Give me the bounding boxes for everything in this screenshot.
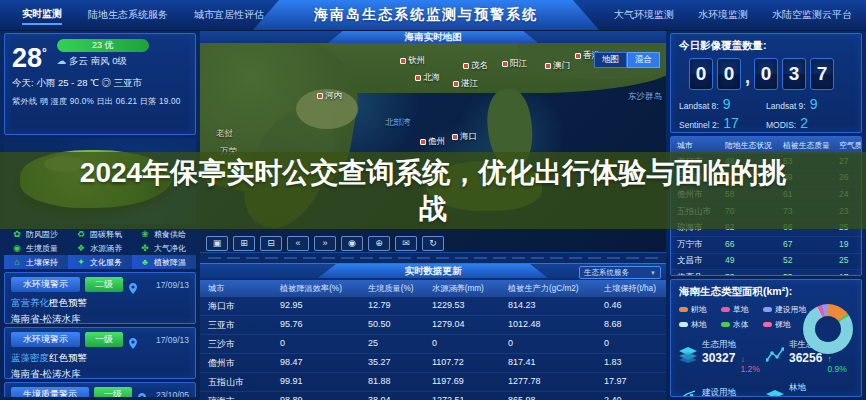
overlay-banner: 2024年保亭实时公交查询系统，优化出行体验与面临的挑 战 <box>0 152 866 229</box>
map-label-0: 钦州 <box>400 55 425 67</box>
alert-date: 17/09/13 <box>156 280 189 290</box>
service-item-5[interactable]: ✤大气净化 <box>132 241 196 255</box>
location-pin-icon[interactable] <box>128 335 138 345</box>
city-name: 文昌市 <box>671 254 719 270</box>
habitat-quality-icon: ◉ <box>12 243 22 253</box>
forward-icon[interactable]: » <box>314 236 336 251</box>
imagery-source-0: Landsat 8:9 <box>679 96 766 112</box>
alert-level-badge: 一级 <box>94 387 132 397</box>
alert-card-2[interactable]: 生境质量警示一级23/10/05 <box>4 382 196 397</box>
rewind-icon[interactable]: « <box>287 236 309 251</box>
legend-swatch-icon <box>679 307 688 312</box>
service-item-1[interactable]: ♻固碳释氧 <box>68 227 132 241</box>
map-mode-button-0[interactable]: 地图 <box>594 52 627 68</box>
cell: 95.76 <box>272 316 360 334</box>
collapse-icon[interactable]: ⊟ <box>260 236 282 251</box>
service-item-2[interactable]: ❀粮食供给 <box>132 227 196 241</box>
source-label: Landsat 8: <box>679 101 719 111</box>
refresh-icon[interactable]: ↻ <box>422 236 444 251</box>
alert-message: 富营养化橙色预警 <box>11 297 189 310</box>
cell: 五指山市 <box>200 373 272 391</box>
alert-type-button[interactable]: 生境质量警示 <box>11 387 89 397</box>
alert-message: 蓝藻密度红色预警 <box>11 352 189 365</box>
globe-icon[interactable]: ⊕ <box>368 236 390 251</box>
imagery-source-2: Sentinel 2:17 <box>679 115 766 131</box>
legend-swatch-icon <box>721 307 730 312</box>
dataset-dropdown[interactable]: 生态系统服务 ▼ <box>579 266 661 279</box>
alert-card-1[interactable]: 水环境警示一级17/09/13蓝藻密度红色预警海南省-松涛水库 <box>4 327 196 379</box>
city-value: 55 <box>777 270 833 276</box>
alert-location: 海南省-松涛水库 <box>11 313 189 326</box>
city-row-6[interactable]: 文昌市495225 <box>671 254 861 271</box>
realtime-data-panel: 实时数据更新 生态系统服务 ▼ 城市植被降温效率(%)生境质量(%)水源涵养(m… <box>200 263 666 400</box>
nav-tab-left-2[interactable]: 城市宜居性评估 <box>194 6 264 24</box>
realtime-row-2[interactable]: 三沙市025000 <box>200 335 666 354</box>
eco-donut-chart <box>803 304 853 354</box>
imagery-source-1: Landsat 9:9 <box>766 96 853 112</box>
counter-digit: 0 <box>754 58 778 90</box>
city-row-5[interactable]: 万宁市666719 <box>671 237 861 254</box>
alert-card-0[interactable]: 水环境警示二级17/09/13富营养化橙色预警海南省-松涛水库 <box>4 272 196 324</box>
legend-item-4: 水体 <box>721 319 763 330</box>
nav-tabs-right: 大气环境监测水环境监测水陆空监测云平台 <box>614 0 852 30</box>
vegetation-cooling-icon: ♣ <box>140 257 150 267</box>
location-pin-icon[interactable] <box>128 280 138 290</box>
realtime-row-1[interactable]: 三亚市95.7650.501279.041012.488.68 <box>200 316 666 335</box>
service-item-4[interactable]: ❖水源涵养 <box>68 241 132 255</box>
cell: 1279.04 <box>424 316 500 334</box>
map-label-4: 湛江 <box>453 78 478 90</box>
service-label: 土壤保持 <box>26 257 58 268</box>
location-pin-icon[interactable] <box>137 390 147 398</box>
carbon-oxygen-icon: ♻ <box>76 229 86 239</box>
message-icon[interactable]: ✉ <box>395 236 417 251</box>
service-item-8[interactable]: ♣植被降温 <box>132 255 196 269</box>
nav-tab-right-1[interactable]: 水环境监测 <box>698 6 748 24</box>
windbreak-sand-icon: ✿ <box>12 229 22 239</box>
cell: 儋州市 <box>200 354 272 372</box>
realtime-title: 实时数据更新 <box>318 264 548 278</box>
ticker-text <box>208 257 658 259</box>
map-label-13: 东沙群岛 <box>628 91 662 103</box>
service-label: 水源涵养 <box>90 243 122 254</box>
alert-type-button[interactable]: 水环境警示 <box>11 332 80 347</box>
realtime-col-header: 植被生产力(gC/m2) <box>500 280 596 297</box>
service-item-0[interactable]: ✿防风固沙 <box>4 227 68 241</box>
alert-date: 23/10/05 <box>156 390 189 398</box>
nav-tab-right-0[interactable]: 大气环境监测 <box>614 6 674 24</box>
city-marker-icon <box>452 134 458 140</box>
cell: 38.04 <box>360 392 424 400</box>
eco-stat-0: 生态用地30327↓ 1.2% <box>679 339 766 374</box>
city-value: 67 <box>777 237 833 253</box>
cell: 8.68 <box>596 316 662 334</box>
city-value: 25 <box>833 254 861 270</box>
alert-type-button[interactable]: 水环境警示 <box>11 277 80 292</box>
city-value: 52 <box>777 254 833 270</box>
realtime-row-0[interactable]: 海口市92.9512.791229.53814.230.46 <box>200 297 666 316</box>
realtime-row-4[interactable]: 五指山市99.9181.881197.691277.7817.97 <box>200 373 666 392</box>
cell: 12.79 <box>360 297 424 315</box>
app-title: 海南岛生态系统监测与预警系统 <box>314 6 538 24</box>
nav-tab-right-2[interactable]: 水陆空监测云平台 <box>772 6 852 24</box>
cell: 0 <box>596 335 662 353</box>
cell: 1.83 <box>596 354 662 372</box>
realtime-row-3[interactable]: 儋州市98.4735.271107.72817.411.83 <box>200 354 666 373</box>
city-row-7[interactable]: 临高县535517 <box>671 270 861 276</box>
expand-icon[interactable]: ⊞ <box>233 236 255 251</box>
service-item-3[interactable]: ◉生境质量 <box>4 241 68 255</box>
realtime-col-header: 土壤保持(t/ha) <box>596 280 662 297</box>
satellite-icon[interactable]: ◉ <box>341 236 363 251</box>
cell: 1107.72 <box>424 354 500 372</box>
service-item-7[interactable]: ✦文化服务 <box>68 255 132 269</box>
cell: 817.41 <box>500 354 596 372</box>
city-value: 17 <box>833 270 861 276</box>
cell: 865.98 <box>500 392 596 400</box>
nav-tab-left-1[interactable]: 陆地生态系统服务 <box>88 6 168 24</box>
cell: 814.23 <box>500 297 596 315</box>
monitor-icon[interactable]: ▣ <box>206 236 228 251</box>
realtime-row-5[interactable]: 琼海市98.8938.041272.51865.982.40 <box>200 392 666 400</box>
nav-tab-left-0[interactable]: 实时监测 <box>22 5 62 25</box>
arrow-up-icon: ↑ 0.9% <box>827 354 853 374</box>
map-mode-button-1[interactable]: 混合 <box>627 52 660 68</box>
service-item-6[interactable]: ⌂土壤保持 <box>4 255 68 269</box>
imagery-title: 今日影像覆盖数量: <box>679 39 853 53</box>
